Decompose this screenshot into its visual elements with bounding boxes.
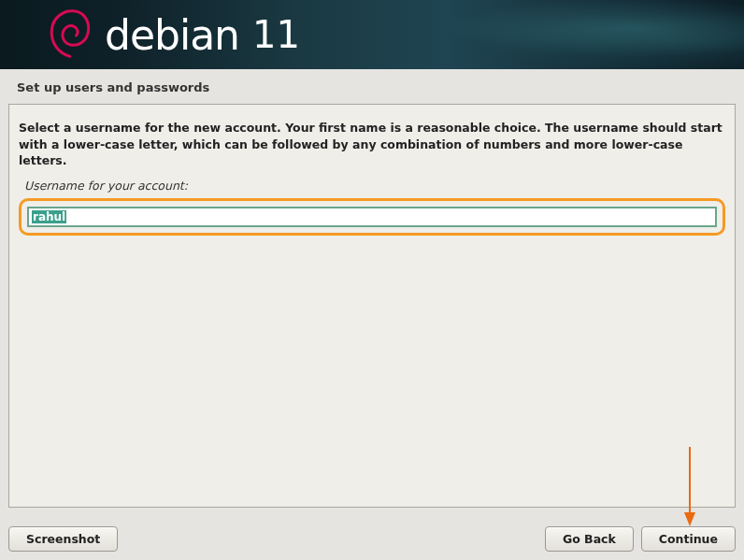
button-row: Screenshot Go Back Continue — [8, 526, 736, 552]
instruction-text: Select a username for the new account. Y… — [19, 120, 725, 169]
username-input[interactable]: rahul — [27, 207, 717, 227]
installer-header: debian 11 — [0, 0, 744, 69]
highlight-annotation: rahul — [19, 198, 725, 236]
brand-name: debian — [105, 11, 239, 59]
username-selected-text: rahul — [32, 210, 66, 223]
svg-marker-1 — [684, 512, 695, 526]
continue-button[interactable]: Continue — [641, 526, 736, 552]
nav-button-group: Go Back Continue — [545, 526, 736, 552]
page-title: Set up users and passwords — [0, 69, 744, 104]
username-label: Username for your account: — [24, 179, 725, 193]
go-back-button[interactable]: Go Back — [545, 526, 634, 552]
debian-logo-group: debian 11 — [47, 7, 300, 62]
brand-version: 11 — [252, 13, 300, 56]
screenshot-button[interactable]: Screenshot — [8, 526, 118, 552]
content-panel: Select a username for the new account. Y… — [8, 104, 736, 508]
debian-swirl-icon — [47, 7, 92, 62]
